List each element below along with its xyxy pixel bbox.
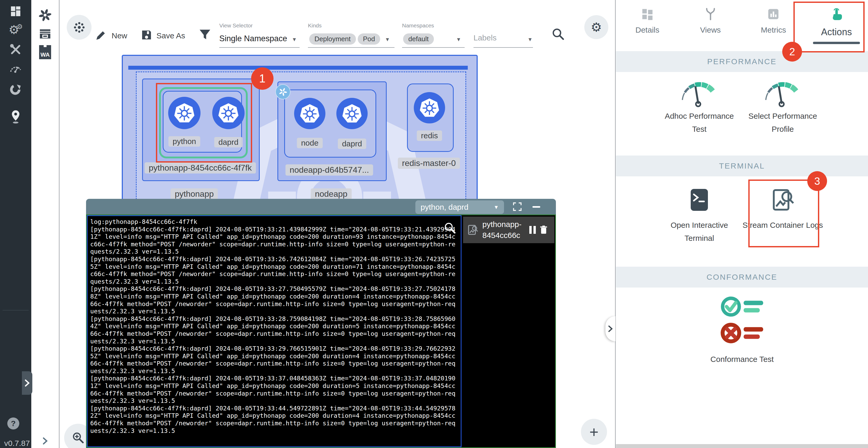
annotation-rect-2 bbox=[794, 2, 865, 53]
container-daprd-icon[interactable] bbox=[336, 98, 368, 129]
kind-chip-pod[interactable]: Pod bbox=[358, 33, 380, 44]
log-entry: [pythonapp-8454cc66c-4f7fk:daprd] 2024-0… bbox=[90, 256, 458, 285]
sidebar-expand-button[interactable] bbox=[22, 371, 32, 395]
gauge-icon[interactable] bbox=[0, 61, 31, 76]
select-performance-profile-label: Select Performance Profile bbox=[741, 110, 825, 136]
fullscreen-icon[interactable] bbox=[513, 202, 522, 212]
open-interactive-terminal-button[interactable] bbox=[687, 187, 712, 213]
view-selector-caret-icon[interactable]: ▼ bbox=[292, 36, 297, 42]
pod-name-label: nodeapp-d64b5747... bbox=[285, 165, 373, 176]
panel-scrollbar-strip[interactable] bbox=[616, 444, 868, 448]
kinds-caret-icon[interactable]: ▼ bbox=[385, 36, 390, 42]
container-label: node bbox=[297, 138, 323, 148]
namespaces-label: Namespaces bbox=[402, 23, 434, 29]
kinds-underline bbox=[308, 47, 395, 48]
container-node-icon[interactable] bbox=[294, 98, 326, 129]
annotation-badge-2: 2 bbox=[782, 42, 802, 62]
annotation-badge-3: 3 bbox=[807, 171, 827, 191]
spinner-logo-icon[interactable] bbox=[31, 7, 59, 24]
settings-gears-icon[interactable]: ⚙⚙ bbox=[0, 22, 31, 37]
conformance-test-label: Conformance Test bbox=[700, 353, 784, 366]
view-selector-underline bbox=[219, 47, 300, 48]
settings-gear-button[interactable]: ⚙ bbox=[584, 15, 608, 39]
terminal-header[interactable]: python, daprd ▼ bbox=[86, 199, 556, 214]
log-header-line: log:pythonapp-8454cc66c-4f7fk bbox=[90, 218, 458, 226]
pencil-icon bbox=[95, 29, 107, 42]
wa-plugin-icon[interactable]: WA bbox=[31, 44, 59, 61]
dapr-badge-icon bbox=[275, 84, 290, 99]
dropdown-caret-icon: ▼ bbox=[494, 204, 499, 210]
add-button[interactable]: + bbox=[581, 419, 607, 445]
annotation-badge-1: 1 bbox=[251, 67, 274, 90]
tools-icon[interactable] bbox=[0, 42, 31, 57]
tab-label: Views bbox=[700, 26, 721, 34]
panel-divider bbox=[615, 0, 616, 448]
kind-chip-deployment[interactable]: Deployment bbox=[309, 33, 356, 44]
conformance-icon bbox=[720, 295, 767, 350]
trash-icon[interactable] bbox=[539, 225, 548, 235]
location-pin-icon[interactable] bbox=[0, 109, 31, 125]
log-entry: [pythonapp-8454cc66c-4f7fk:daprd] 2024-0… bbox=[90, 315, 458, 345]
annotation-rect-3 bbox=[748, 180, 819, 247]
pause-icon[interactable] bbox=[529, 226, 536, 234]
annotation-rect-1 bbox=[156, 83, 252, 162]
log-entry: [pythonapp-8454cc66c-4f7fk:daprd] 2024-0… bbox=[90, 405, 458, 435]
rail-divider bbox=[59, 0, 59, 448]
gauge-profile-icon bbox=[760, 77, 806, 108]
details-icon bbox=[641, 7, 654, 21]
kinds-label: Kinds bbox=[308, 23, 322, 29]
archive-icon[interactable] bbox=[31, 26, 59, 42]
section-header-conformance: CONFORMANCE bbox=[616, 267, 868, 288]
k8s-flower-button[interactable] bbox=[67, 15, 92, 40]
container-selector-value: python, daprd bbox=[421, 203, 468, 212]
dashboard-icon[interactable] bbox=[0, 4, 31, 19]
conformance-test-button[interactable] bbox=[720, 295, 767, 351]
log-entry: [pythonapp-8454cc66c-4f7fk:daprd] 2024-0… bbox=[90, 226, 458, 256]
container-redis-icon[interactable] bbox=[414, 92, 445, 123]
chart-donut-icon[interactable] bbox=[0, 81, 31, 97]
tab-details[interactable]: Details bbox=[616, 0, 679, 50]
deployment-name-label: nodeapp bbox=[311, 188, 352, 200]
save-icon bbox=[141, 29, 152, 42]
labels-caret-icon[interactable]: ▼ bbox=[527, 36, 533, 42]
tab-label: Details bbox=[636, 26, 659, 34]
log-session-label: pythonapp-8454cc66c bbox=[483, 219, 529, 241]
metrics-icon bbox=[767, 7, 780, 21]
views-icon bbox=[704, 7, 717, 21]
sidebar-divider bbox=[3, 310, 29, 310]
adhoc-performance-test-label: Adhoc Performance Test bbox=[658, 110, 741, 136]
select-performance-profile-button[interactable] bbox=[760, 77, 806, 109]
right-panel: Details Views Metrics Actions PERFORMANC… bbox=[616, 0, 868, 448]
log-session-item[interactable]: pythonapp-8454cc66c bbox=[463, 216, 554, 243]
container-selector-dropdown[interactable]: python, daprd ▼ bbox=[415, 200, 504, 214]
tab-label: Metrics bbox=[761, 26, 786, 34]
log-entry: [pythonapp-8454cc66c-4f7fk:daprd] 2024-0… bbox=[90, 285, 458, 315]
minimize-icon[interactable] bbox=[532, 206, 540, 208]
help-icon[interactable]: ? bbox=[7, 417, 19, 429]
panel-collapse-button[interactable] bbox=[606, 316, 615, 341]
deployment-name-label: pythonapp bbox=[170, 188, 218, 200]
namespaces-underline bbox=[402, 47, 465, 48]
pod-name-label: redis-master-0 bbox=[398, 158, 460, 169]
open-interactive-terminal-label: Open Interactive Terminal bbox=[658, 219, 741, 245]
labels-filter-value[interactable]: Labels bbox=[473, 33, 496, 42]
section-header-performance: PERFORMANCE bbox=[616, 51, 868, 72]
filter-icon[interactable] bbox=[199, 29, 211, 42]
search-icon[interactable] bbox=[551, 27, 565, 42]
new-button[interactable]: New bbox=[112, 31, 127, 40]
container-label: daprd bbox=[338, 139, 366, 149]
namespace-chip-default[interactable]: default bbox=[403, 33, 434, 44]
stream-logs-icon bbox=[467, 224, 479, 236]
tab-views[interactable]: Views bbox=[679, 0, 742, 50]
namespaces-caret-icon[interactable]: ▼ bbox=[456, 36, 461, 42]
rail-expand-icon[interactable] bbox=[31, 432, 59, 448]
save-as-button[interactable]: Save As bbox=[156, 31, 185, 40]
log-sessions-panel: pythonapp-8454cc66c bbox=[462, 215, 555, 447]
adhoc-performance-test-button[interactable] bbox=[676, 77, 722, 109]
magnifier-cursor-icon bbox=[444, 222, 456, 235]
log-output[interactable]: log:pythonapp-8454cc66c-4f7fk [pythonapp… bbox=[87, 215, 462, 447]
pod-name-label: pythonapp-8454cc66c-4f7fk bbox=[145, 162, 256, 174]
log-entry: [pythonapp-8454cc66c-4f7fk:daprd] 2024-0… bbox=[90, 375, 458, 405]
view-selector-value[interactable]: Single Namespace bbox=[219, 34, 287, 43]
wa-badge: WA bbox=[39, 45, 51, 59]
